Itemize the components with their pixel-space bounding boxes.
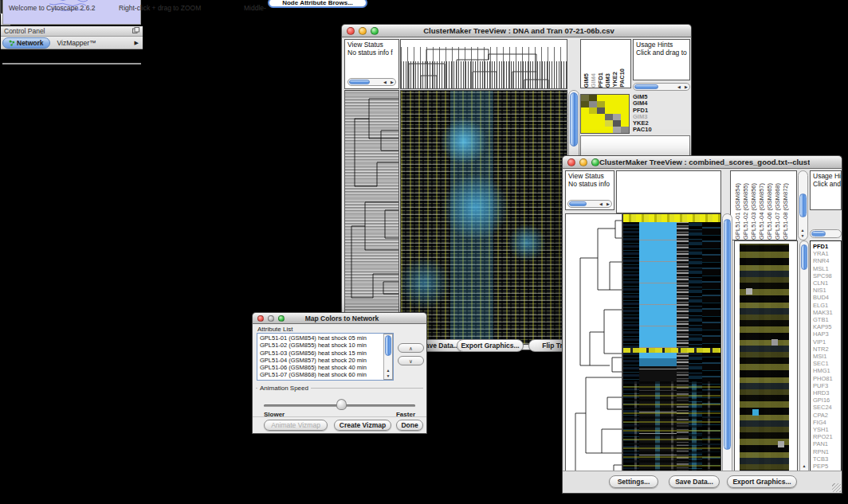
export-graphics-button[interactable]: Export Graphics... (457, 339, 524, 352)
gene-label[interactable]: TCB3 (813, 455, 841, 463)
float-panel-icon[interactable] (132, 27, 139, 35)
minimize-button[interactable] (359, 27, 367, 35)
tv2-column-dendrogram[interactable] (616, 170, 721, 213)
gene-label[interactable]: HMG1 (813, 367, 841, 374)
done-button[interactable]: Done (396, 420, 423, 431)
attribute-list-item[interactable]: GPL51-01 (GSM854) heat shock 05 min (260, 334, 393, 342)
gene-label[interactable]: CLN1 (813, 279, 841, 287)
tv2-heatmap-vscrollbar[interactable]: ▲ ▼ (722, 213, 732, 485)
scroll-down-arrow[interactable]: ▼ (799, 233, 806, 238)
save-data-button[interactable]: Save Data... (669, 475, 720, 488)
scroll-thumb[interactable] (569, 201, 587, 206)
gene-label[interactable]: RPN1 (813, 448, 841, 455)
attribute-list[interactable]: GPL51-01 (GSM854) heat shock 05 minGPL51… (257, 333, 394, 381)
gene-label[interactable]: CPA2 (813, 412, 841, 419)
gene-label[interactable]: MSL1 (813, 265, 841, 272)
resize-grip[interactable] (832, 483, 841, 492)
gene-label[interactable]: SEC24 (813, 404, 841, 411)
main-titlebar[interactable]: Cytoscape Desktop (Session Name: collins… (0, 0, 2, 14)
dialog-titlebar[interactable]: Map Colors to Network (252, 312, 427, 324)
gene-label[interactable]: GTB1 (813, 316, 841, 323)
scroll-thumb[interactable] (634, 84, 658, 89)
tv1-column-dendrogram[interactable] (400, 39, 567, 89)
tv2-usage-hscrollbar[interactable] (810, 229, 842, 238)
close-button[interactable] (347, 27, 355, 35)
scroll-thumb[interactable] (570, 92, 578, 147)
attribute-list-item[interactable]: GPL51-07 (GSM868) heat shock 60 min (260, 371, 393, 378)
gene-label[interactable]: PHO81 (813, 375, 841, 382)
gene-label[interactable]: ELG1 (813, 302, 841, 309)
scroll-up-arrow[interactable]: ▲ (385, 368, 391, 373)
move-up-button[interactable]: ∧ (398, 343, 424, 353)
scroll-thumb[interactable] (349, 80, 370, 84)
gene-label[interactable]: HAP3 (813, 330, 841, 338)
close-button[interactable] (567, 158, 575, 166)
tv2-status-hscrollbar[interactable]: ◀ ▶ (567, 200, 612, 208)
scroll-thumb[interactable] (799, 193, 807, 217)
node-attribute-browser-button[interactable]: Node Attribute Brows... (268, 0, 367, 8)
tv1-status-hscrollbar[interactable]: ◀ ▶ (347, 78, 396, 86)
scroll-right-arrow[interactable]: ▶ (683, 84, 689, 89)
scroll-up-arrow[interactable]: ▲ (801, 463, 807, 468)
gene-label[interactable]: FIG4 (813, 419, 841, 426)
tv1-correlation-matrix[interactable] (580, 94, 630, 134)
attribute-list-item[interactable]: GPL51-04 (GSM857) heat shock 20 min (260, 357, 393, 364)
scroll-left-arrow[interactable]: ◀ (676, 84, 682, 89)
tab-overflow-button[interactable]: ▶ (132, 40, 141, 46)
gene-label[interactable]: RPO21 (813, 433, 841, 440)
gene-label[interactable]: NIS1 (813, 287, 841, 294)
gene-label[interactable]: SEC1 (813, 360, 841, 367)
tv2-zoom-heatmap[interactable] (740, 244, 789, 483)
scroll-left-arrow[interactable]: ◀ (382, 80, 388, 84)
gene-label[interactable]: PUF3 (813, 382, 841, 389)
gene-label[interactable]: MSI1 (813, 353, 841, 360)
zoom-button[interactable] (371, 27, 379, 35)
attribute-list-item[interactable]: GPL51-02 (GSM855) heat shock 10 min (260, 342, 393, 349)
gene-label[interactable]: PFD1 (813, 243, 841, 250)
tv1-titlebar[interactable]: ClusterMaker TreeView : DNA and Tran 07-… (341, 24, 692, 37)
gene-label[interactable]: BUD4 (813, 294, 841, 301)
tv2-heatmap[interactable] (622, 213, 721, 485)
move-down-button[interactable]: ∨ (398, 356, 424, 365)
scroll-thumb[interactable] (811, 231, 826, 236)
tv2-column-vscrollbar[interactable]: ▲ ▼ (798, 170, 808, 240)
gene-label[interactable]: MAK31 (813, 309, 841, 316)
tv2-zoom-vscrollbar[interactable]: ▲ ▼ (799, 240, 809, 486)
gene-label[interactable]: KAP95 (813, 323, 841, 330)
scroll-right-arrow[interactable]: ▶ (605, 201, 611, 206)
scroll-right-arrow[interactable]: ▶ (389, 80, 395, 84)
slider-thumb[interactable] (336, 399, 347, 410)
settings-button[interactable]: Settings... (609, 475, 658, 488)
scroll-thumb[interactable] (385, 335, 391, 356)
tab-vizmapper[interactable]: VizMapper™ (52, 38, 102, 48)
scroll-thumb[interactable] (801, 244, 807, 270)
tv2-row-dendrogram[interactable] (565, 213, 622, 485)
gene-label[interactable]: HRD3 (813, 389, 841, 397)
gene-label[interactable]: VIP1 (813, 338, 841, 346)
minimize-button[interactable] (579, 158, 587, 166)
close-button[interactable] (257, 315, 264, 322)
gene-label[interactable]: GPI16 (813, 397, 841, 404)
animate-vizmap-button[interactable]: Animate Vizmap (264, 420, 328, 431)
gene-label[interactable]: SPC98 (813, 272, 841, 279)
scroll-thumb[interactable] (724, 219, 731, 450)
attribute-list-scrollbar[interactable]: ▲ ▼ (383, 334, 393, 380)
scroll-left-arrow[interactable]: ◀ (598, 201, 604, 206)
create-vizmap-button[interactable]: Create Vizmap (334, 420, 391, 431)
tab-network[interactable]: Network (2, 37, 50, 49)
export-graphics-button[interactable]: Export Graphics... (727, 475, 797, 488)
tv2-titlebar[interactable]: ClusterMaker TreeView : combined_scores_… (562, 155, 842, 169)
gene-label[interactable]: RNR4 (813, 257, 841, 264)
attribute-list-item[interactable]: GPL51-03 (GSM856) heat shock 15 min (260, 350, 393, 357)
attribute-list-item[interactable]: GPL51-06 (GSM865) heat shock 40 min (260, 364, 393, 371)
tv1-row-dendrogram[interactable] (344, 90, 399, 345)
gene-label[interactable]: YRA1 (813, 250, 841, 257)
scroll-up-arrow[interactable]: ▲ (799, 228, 806, 232)
zoom-button[interactable] (278, 315, 285, 322)
tv2-gene-list[interactable]: PFD1YRA1RNR4MSL1SPC98CLN1NIS1BUD4ELG1MAK… (810, 240, 842, 486)
gene-label[interactable]: YSH1 (813, 426, 841, 433)
gene-label[interactable]: PAN1 (813, 440, 841, 447)
tv1-usage-hscrollbar[interactable]: ◀ ▶ (633, 83, 690, 91)
scroll-down-arrow[interactable]: ▼ (385, 373, 391, 378)
gene-label[interactable]: PEP5 (813, 463, 841, 470)
